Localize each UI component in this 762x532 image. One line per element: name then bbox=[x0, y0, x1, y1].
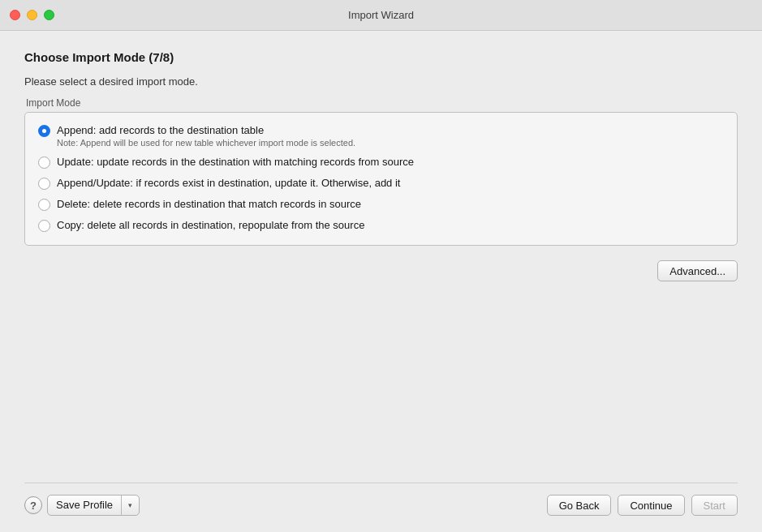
radio-input-append[interactable] bbox=[38, 125, 50, 137]
save-profile-button[interactable]: Save Profile ▾ bbox=[47, 495, 140, 516]
bottom-bar: ? Save Profile ▾ Go Back Continue Start bbox=[24, 483, 738, 516]
close-button[interactable] bbox=[10, 10, 20, 20]
window: Import Wizard Choose Import Mode (7/8) P… bbox=[0, 0, 762, 532]
start-button: Start bbox=[691, 495, 738, 516]
import-mode-box: Append: add records to the destination t… bbox=[24, 112, 738, 246]
traffic-lights bbox=[10, 10, 54, 20]
bottom-left: ? Save Profile ▾ bbox=[24, 495, 140, 516]
radio-input-copy[interactable] bbox=[38, 220, 50, 232]
radio-label-append_update: Append/Update: if records exist in desti… bbox=[57, 177, 400, 189]
minimize-button[interactable] bbox=[27, 10, 37, 20]
dropdown-arrow-icon: ▾ bbox=[121, 495, 139, 516]
advanced-row: Advanced... bbox=[24, 260, 738, 281]
page-subtitle: Please select a desired import mode. bbox=[24, 75, 738, 88]
help-button[interactable]: ? bbox=[24, 496, 42, 514]
radio-option-append_update[interactable]: Append/Update: if records exist in desti… bbox=[38, 177, 724, 190]
maximize-button[interactable] bbox=[44, 10, 54, 20]
radio-option-append[interactable]: Append: add records to the destination t… bbox=[38, 124, 724, 148]
radio-option-copy[interactable]: Copy: delete all records in destination,… bbox=[38, 219, 724, 232]
radio-note-append: Note: Append will be used for new table … bbox=[57, 138, 355, 148]
radio-option-delete[interactable]: Delete: delete records in destination th… bbox=[38, 198, 724, 211]
go-back-button[interactable]: Go Back bbox=[547, 495, 612, 516]
window-title: Import Wizard bbox=[348, 9, 414, 21]
advanced-button[interactable]: Advanced... bbox=[657, 260, 738, 281]
title-bar: Import Wizard bbox=[0, 0, 762, 31]
radio-input-append_update[interactable] bbox=[38, 178, 50, 190]
radio-label-delete: Delete: delete records in destination th… bbox=[57, 198, 361, 210]
continue-button[interactable]: Continue bbox=[618, 495, 684, 516]
radio-label-append: Append: add records to the destination t… bbox=[57, 124, 355, 136]
group-label: Import Mode bbox=[24, 97, 738, 109]
save-profile-label: Save Profile bbox=[48, 495, 121, 516]
radio-input-update[interactable] bbox=[38, 157, 50, 169]
radio-option-update[interactable]: Update: update records in the destinatio… bbox=[38, 156, 724, 169]
radio-input-delete[interactable] bbox=[38, 199, 50, 211]
bottom-right: Go Back Continue Start bbox=[547, 495, 738, 516]
radio-label-update: Update: update records in the destinatio… bbox=[57, 156, 414, 168]
radio-label-copy: Copy: delete all records in destination,… bbox=[57, 219, 364, 231]
page-title: Choose Import Mode (7/8) bbox=[24, 50, 738, 64]
main-content: Choose Import Mode (7/8) Please select a… bbox=[0, 31, 762, 532]
